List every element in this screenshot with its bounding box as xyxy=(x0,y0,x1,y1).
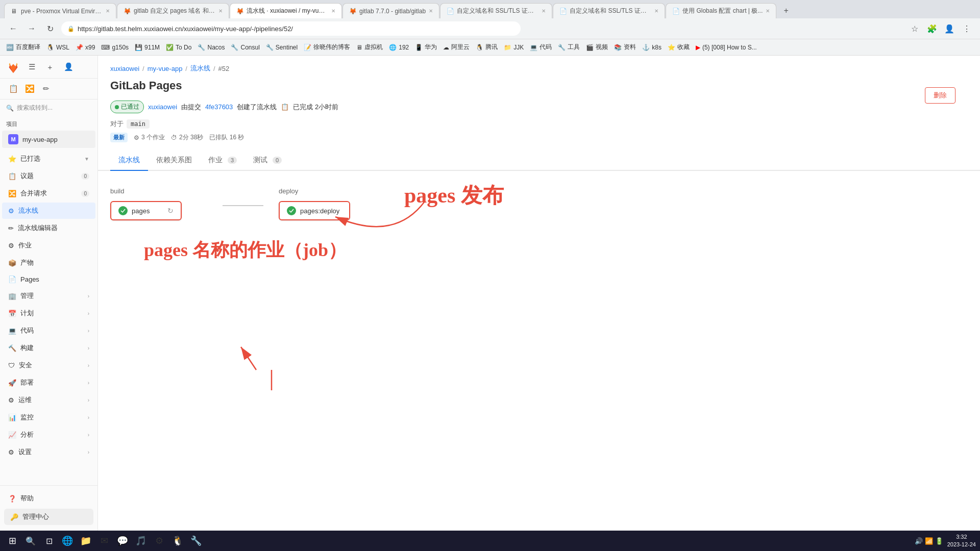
sidebar-item-manage[interactable]: 🏢 管理 › xyxy=(2,288,95,304)
bookmark-x99[interactable]: 📌x99 xyxy=(76,44,95,51)
taskbar-taskview-button[interactable]: ⊡ xyxy=(41,533,57,549)
sidebar-item-plan[interactable]: 📅 计划 › xyxy=(2,305,95,321)
taskbar-app3-button[interactable]: 🐧 xyxy=(169,533,186,549)
address-input[interactable]: 🔒 https://gitlab.test.helm.xuxiaowei.cn/… xyxy=(61,21,521,36)
sidebar-item-jobs[interactable]: ⚙ 作业 xyxy=(2,237,95,254)
taskbar-start-button[interactable]: ⊞ xyxy=(4,533,20,549)
search-box[interactable]: 🔍 搜索或转到... xyxy=(0,99,97,116)
tab-4[interactable]: 🦊 gitlab 7.7.0 - gitlab/gitlab ✕ xyxy=(342,3,439,18)
bookmark-tencent[interactable]: 🐧腾讯 xyxy=(476,43,498,52)
bookmark-911m[interactable]: 💾911M xyxy=(135,44,160,51)
tab-2-close[interactable]: ✕ xyxy=(218,8,223,14)
new-tab-button[interactable]: + xyxy=(779,4,793,18)
pipeline-label: 流水线 xyxy=(18,206,38,215)
tab-3[interactable]: 🦊 流水线 · xuxiaowei / my-vue-... ✕ xyxy=(230,3,342,18)
bookmark-jjk[interactable]: 📁JJK xyxy=(504,44,524,51)
sidebar-item-analytics[interactable]: 📈 分析 › xyxy=(2,427,95,443)
bookmark-favorites[interactable]: ⭐收藏 xyxy=(668,43,690,52)
bookmark-nacos[interactable]: 🔧Nacos xyxy=(198,44,225,51)
pipeline-author[interactable]: xuxiaowei xyxy=(148,103,177,111)
taskbar-app4-button[interactable]: 🔧 xyxy=(188,533,204,549)
tab-3-close[interactable]: ✕ xyxy=(331,8,335,14)
tab-6-close[interactable]: ✕ xyxy=(654,8,658,14)
bookmark-aliyun[interactable]: ☁阿里云 xyxy=(443,43,470,52)
tab-pipeline[interactable]: 流水线 xyxy=(110,151,148,171)
reload-button[interactable]: ↻ xyxy=(43,21,57,36)
sidebar-item-monitor[interactable]: 📊 监控 › xyxy=(2,409,95,425)
tab-4-close[interactable]: ✕ xyxy=(429,8,433,14)
bookmark-wsl[interactable]: 🐧WSL xyxy=(46,44,69,51)
sidebar-item-settings[interactable]: ⚙ 设置 › xyxy=(2,444,95,460)
sidebar-toggle-button[interactable]: ☰ xyxy=(24,60,39,74)
merge-requests-icon-button[interactable]: 🔀 xyxy=(22,82,37,96)
job-retry-icon[interactable]: ↻ xyxy=(167,207,174,215)
bookmark-consul[interactable]: 🔧Consul xyxy=(231,44,259,51)
bookmark-code[interactable]: 💻代码 xyxy=(530,43,552,52)
copy-icon[interactable]: 📋 xyxy=(281,103,289,111)
new-item-button[interactable]: + xyxy=(43,60,57,74)
breadcrumb-my-vue-app[interactable]: my-vue-app xyxy=(148,65,183,72)
sidebar-item-deploy[interactable]: 🚀 部署 › xyxy=(2,374,95,391)
sidebar-item-help[interactable]: ❓ 帮助 xyxy=(2,490,95,507)
sidebar-item-project[interactable]: M my-vue-app xyxy=(2,131,95,148)
job-card-pages-deploy[interactable]: pages:deploy xyxy=(279,201,350,220)
bookmark-docs[interactable]: 📚资料 xyxy=(614,43,636,52)
tab-5-close[interactable]: ✕ xyxy=(542,8,546,14)
sidebar-item-starred[interactable]: ⭐ 已打选 ▼ xyxy=(2,151,95,167)
tab-1-close[interactable]: ✕ xyxy=(106,8,110,14)
bookmark-sentinel[interactable]: 🔧Sentinel xyxy=(266,44,298,51)
activity-icon-button[interactable]: ✏ xyxy=(39,82,53,96)
bookmark-tools[interactable]: 🔧工具 xyxy=(558,43,580,52)
delete-button[interactable]: 删除 xyxy=(925,87,955,104)
back-button[interactable]: ← xyxy=(6,21,20,36)
taskbar-teams-button[interactable]: 💬 xyxy=(114,533,131,549)
breadcrumb-xuxiaowei[interactable]: xuxiaowei xyxy=(110,65,139,72)
taskbar-mail-button[interactable]: ✉ xyxy=(96,533,112,549)
sidebar-item-security[interactable]: 🛡 安全 › xyxy=(2,357,95,373)
job-card-pages[interactable]: pages ↻ xyxy=(110,201,182,220)
tab-6[interactable]: 📄 自定义域名和 SSL/TLS 证书 | ... ✕ xyxy=(553,3,665,18)
bookmark-192[interactable]: 🌐192 xyxy=(389,44,409,51)
bookmark-blog[interactable]: 📝徐晓伟的博客 xyxy=(304,43,350,52)
bookmark-vm[interactable]: 🖥虚拟机 xyxy=(356,43,383,52)
sidebar-item-issues[interactable]: 📋 议题 0 xyxy=(2,168,95,184)
bookmark-baidu-fanyi[interactable]: 🔤百度翻译 xyxy=(6,43,40,52)
sidebar-item-artifacts[interactable]: 📦 产物 xyxy=(2,255,95,271)
tab-7-close[interactable]: ✕ xyxy=(766,8,770,14)
sidebar-item-pipeline-editor[interactable]: ✏ 流水线编辑器 xyxy=(2,220,95,236)
taskbar-search-button[interactable]: 🔍 xyxy=(22,533,39,549)
issues-icon-button[interactable]: 📋 xyxy=(6,82,20,96)
bookmark-todo[interactable]: ✅To Do xyxy=(166,44,191,51)
menu-button[interactable]: ⋮ xyxy=(960,21,974,36)
bookmark-video[interactable]: 🎬视频 xyxy=(586,43,608,52)
taskbar-app1-button[interactable]: 🎵 xyxy=(133,533,149,549)
tab-1[interactable]: 🖥 pve - Proxmox Virtual Enviro... ✕ xyxy=(4,3,116,18)
bookmark-huawei[interactable]: 📱华为 xyxy=(415,43,437,52)
taskbar-explorer-button[interactable]: 📁 xyxy=(78,533,94,549)
tab-jobs[interactable]: 作业 3 xyxy=(200,151,245,171)
sidebar-item-pipelines[interactable]: ⚙ 流水线 xyxy=(2,203,95,219)
tab-dependency[interactable]: 依赖关系图 xyxy=(148,151,200,171)
bookmark-youtube[interactable]: ▶(5) [008] How to S... xyxy=(696,44,757,51)
sidebar-item-code[interactable]: 💻 代码 › xyxy=(2,322,95,339)
tab-5[interactable]: 📄 自定义域名和 SSL/TLS 证书 | ... ✕ xyxy=(440,3,552,18)
pipeline-commit[interactable]: 4fe37603 xyxy=(205,103,233,111)
sidebar-item-pages[interactable]: 📄 Pages xyxy=(2,272,95,287)
sidebar-item-build[interactable]: 🔨 构建 › xyxy=(2,340,95,356)
user-icon-button[interactable]: 👤 xyxy=(61,60,76,74)
tab-7[interactable]: 📄 使用 Globals 配置 chart | 极... ✕ xyxy=(666,3,776,18)
taskbar-app2-button[interactable]: ⚙ xyxy=(151,533,167,549)
breadcrumb-pipelines[interactable]: 流水线 xyxy=(190,64,210,73)
bookmark-k8s[interactable]: ⚓k8s xyxy=(642,44,662,51)
taskbar-edge-button[interactable]: 🌐 xyxy=(59,533,76,549)
tab-2[interactable]: 🦊 gitlab 自定义 pages 域名 和 S... ✕ xyxy=(117,3,229,18)
extensions-button[interactable]: 🧩 xyxy=(925,21,939,36)
tab-tests[interactable]: 测试 0 xyxy=(245,151,290,171)
bookmark-g150s[interactable]: ⌨g150s xyxy=(101,44,129,51)
profile-button[interactable]: 👤 xyxy=(942,21,957,36)
sidebar-item-admin[interactable]: 🔑 管理中心 xyxy=(4,509,93,525)
bookmark-star-button[interactable]: ☆ xyxy=(908,21,922,36)
forward-button[interactable]: → xyxy=(24,21,39,36)
sidebar-item-merge-requests[interactable]: 🔀 合并请求 0 xyxy=(2,185,95,202)
sidebar-item-ops[interactable]: ⚙ 运维 › xyxy=(2,392,95,408)
